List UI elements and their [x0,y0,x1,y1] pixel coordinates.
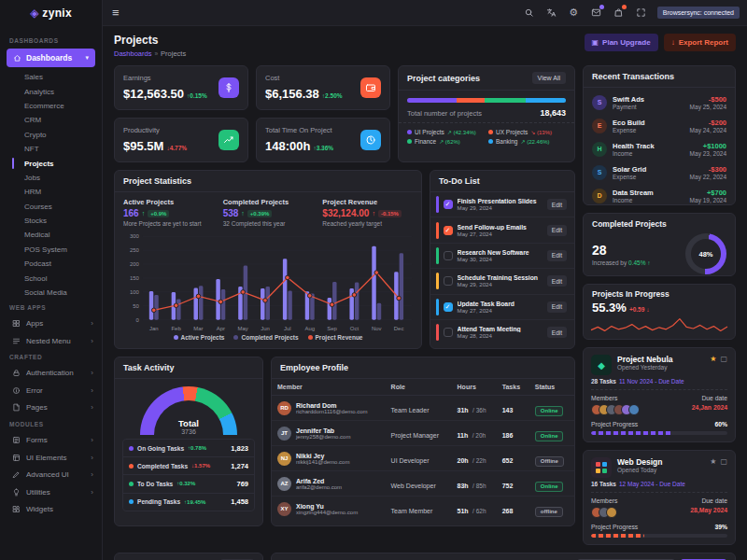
edit-button[interactable]: Edit [547,301,567,313]
sidebar-subitem[interactable]: NFT [0,142,102,156]
language-icon[interactable] [545,7,557,19]
table-row: NJ Nikki Jey nikkij141@demo.com UI [272,446,574,471]
view-all-button[interactable]: View All [532,72,566,84]
sidebar-item[interactable]: Forms › [0,431,102,449]
total-projects-value: 18,643 [540,108,566,118]
categories-progress-bar [407,98,566,103]
star-icon[interactable]: ★ [710,355,716,375]
sidebar-subitem[interactable]: Ecommerce [0,99,102,113]
legend-dot [407,139,412,144]
legend-dot [129,499,134,504]
employee-table: Member Role Hours Tasks Status [272,379,574,521]
sidebar-subitem[interactable]: Podcast [0,257,102,271]
svg-text:150: 150 [130,275,140,281]
todo-item: ✓ Send Follow-up Emails May 27, 2024 Edi… [430,217,574,243]
transaction-item: S Swift Ads Payment -$500 May 25, 2024 [592,91,726,114]
stat-card: Cost $6,156.38↑2.50% [256,65,390,110]
project-nebula-logo-icon: ◆ [591,355,612,375]
status-badge: Online [535,431,564,441]
recent-transactions-card: Recent Transactions S Swift Ads Payment [583,65,736,205]
todo-color-bar [436,222,439,239]
sidebar-subitem[interactable]: Sales [0,70,102,84]
todo-checkbox[interactable]: ✓ [444,200,453,209]
cart-badge [622,5,627,9]
chevron-right-icon: › [91,436,93,444]
legend-dot [407,130,412,134]
svg-text:100: 100 [130,289,140,295]
sidebar-item-dashboards[interactable]: Dashboards ▾ [7,49,95,67]
sidebar-subitem[interactable]: Analytics [0,84,102,98]
plan-upgrade-button[interactable]: ▣Plan Upgrade [585,34,658,51]
sidebar-subitem[interactable]: Stocks [0,214,102,228]
projects-summary-card: Projects Summary Sort By▾ [271,553,736,560]
todo-item: ✓ Finish Presentation Slides May 29, 202… [430,192,574,217]
sidebar-subitem[interactable]: HRM [0,185,102,199]
main-content: Projects Dashboards»Projects ▣Plan Upgra… [103,26,747,560]
sidebar-subitem[interactable]: Medical [0,228,102,242]
avatar: XY [277,502,291,516]
sidebar-subitem[interactable]: POS System [0,243,102,257]
edit-button[interactable]: Edit [547,275,567,287]
sidebar-subitem[interactable]: Courses [0,200,102,214]
star-icon[interactable]: ★ [710,457,716,478]
sidebar-item[interactable]: UI Elements › [0,449,102,467]
sidebar-subitem[interactable]: CRM [0,113,102,127]
sidebar: DASHBOARDS Dashboards ▾ Sales Analytics … [0,26,103,560]
statistic-value: $32,124.00 [322,208,369,218]
svg-text:Aug: Aug [304,326,315,331]
chevron-right-icon: › [91,403,93,412]
cart-icon[interactable] [613,7,625,19]
edit-button[interactable]: Edit [547,327,567,338]
sidebar-subitem[interactable]: Jobs [0,171,102,185]
completed-count: 28 [592,243,651,258]
search-icon[interactable] [523,7,535,19]
breadcrumb-dashboards-link[interactable]: Dashboards [114,49,151,58]
edit-button[interactable]: Edit [547,225,567,236]
todo-item: ✓ Update Task Board May 27, 2024 Edit [430,295,574,320]
messages-badge [599,5,604,9]
sidebar-item[interactable]: Nested Menu › [0,332,102,350]
fullscreen-icon[interactable] [635,7,647,19]
page-header: Projects Dashboards»Projects ▣Plan Upgra… [114,34,736,60]
svg-text:Mar: Mar [193,326,203,331]
sidebar-subitem[interactable]: Crypto [0,128,102,142]
project-statistics-chart: 050100150200250300JanFebMarAprMayJunJulA… [115,231,421,333]
sidebar-item[interactable]: Advanced UI › [0,466,102,483]
edit-button[interactable]: Edit [547,199,567,210]
sidebar-item[interactable]: Apps › [0,315,102,332]
brand-logo[interactable]: ◈ zynix [0,0,103,26]
progress-segment [457,98,486,103]
bookmark-icon[interactable]: ▢ [720,457,727,478]
transaction-amount: -$300 [690,165,726,174]
avatar: JT [277,427,291,441]
stat-value: $12,563.50 [123,87,184,101]
todo-checkbox[interactable] [444,276,453,286]
edit-button[interactable]: Edit [547,250,567,261]
legend-item: Completed Projects [233,334,298,341]
sidebar-item[interactable]: Pages › [0,399,102,417]
todo-color-bar [436,247,439,264]
todo-checkbox[interactable]: ✓ [444,226,453,235]
chevron-right-icon: › [91,470,93,479]
sidebar-item[interactable]: Authentication › [0,364,102,382]
sidebar-subitem[interactable]: School [0,271,102,285]
stat-card: Earnings $12,563.50↑0.15% [114,65,248,110]
members-avatars [591,507,617,518]
sidebar-toggle-icon[interactable]: ≡ [112,6,120,20]
sidebar-subitem[interactable]: Projects [0,156,102,170]
todo-color-bar [436,273,439,289]
bookmark-icon[interactable]: ▢ [720,355,727,375]
task-activity-row: On Going Tasks ↑0.78% 1,823 [123,440,254,457]
sidebar-item[interactable]: Widgets [0,501,102,519]
sidebar-item[interactable]: Error › [0,382,102,399]
settings-gear-icon[interactable]: ⚙ [568,7,580,19]
todo-checkbox[interactable] [444,328,453,337]
progress-percent: 39% [714,524,727,530]
todo-checkbox[interactable]: ✓ [444,302,453,312]
sidebar-item[interactable]: Utilities › [0,483,102,501]
messages-icon[interactable] [590,7,602,19]
delta-badge: +0.39% [247,210,273,217]
export-report-button[interactable]: ↓Export Report [664,34,736,51]
sidebar-subitem[interactable]: Social Media [0,286,102,300]
todo-checkbox[interactable] [444,251,453,260]
